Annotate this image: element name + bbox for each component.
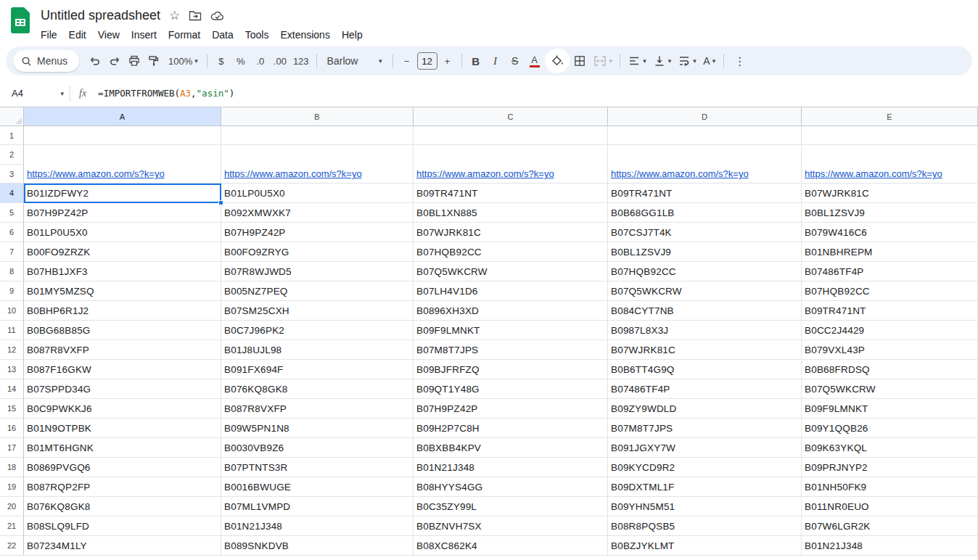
cell-C11[interactable]: B09F9LMNKT [414, 321, 608, 340]
row-header-20[interactable]: 20 [0, 497, 24, 516]
cell-C4[interactable]: B09TR471NT [414, 184, 608, 203]
row-header-11[interactable]: 11 [0, 321, 24, 340]
cell-B11[interactable]: B0C7J96PK2 [221, 321, 414, 340]
cell-link-D3[interactable]: https://www.amazon.com/s?k=yo [611, 168, 749, 179]
cell-D6[interactable]: B07CSJ7T4K [608, 223, 802, 242]
cell-B8[interactable]: B07R8WJWD5 [221, 262, 414, 281]
cell-D19[interactable]: B09DXTML1F [608, 477, 802, 497]
cell-C3[interactable]: https://www.amazon.com/s?k=yo [414, 165, 608, 184]
cell-E20[interactable]: B011NR0EUO [802, 497, 978, 516]
cell-D22[interactable]: B0BZJYKLMT [608, 536, 802, 556]
move-folder-icon[interactable] [189, 10, 202, 21]
row-header-7[interactable]: 7 [0, 242, 24, 262]
cell-E12[interactable]: B079VXL43P [802, 340, 978, 360]
cell-B20[interactable]: B07ML1VMPD [221, 497, 414, 516]
cell-E7[interactable]: B01NBHREPM [802, 242, 978, 262]
undo-button[interactable] [86, 51, 104, 71]
row-header-13[interactable]: 13 [0, 360, 24, 379]
menu-file[interactable]: File [35, 27, 63, 43]
cell-B13[interactable]: B091FX694F [221, 360, 414, 379]
row-header-18[interactable]: 18 [0, 458, 24, 477]
row-header-1[interactable]: 1 [0, 126, 24, 145]
cell-C16[interactable]: B09H2P7C8H [414, 419, 608, 438]
font-size-input[interactable]: 12 [417, 52, 437, 70]
cell-E11[interactable]: B0CC2J4429 [802, 321, 978, 340]
cell-B12[interactable]: B01J8UJL98 [221, 340, 414, 360]
cell-A6[interactable]: B01LP0U5X0 [24, 223, 221, 242]
cell-B22[interactable]: B089SNKDVB [221, 536, 414, 556]
cell-D15[interactable]: B09ZY9WDLD [608, 399, 802, 419]
cell-E3[interactable]: https://www.amazon.com/s?k=yo [802, 165, 978, 184]
cell-B5[interactable]: B092XMWXK7 [221, 203, 414, 223]
cell-B19[interactable]: B0016BWUGE [221, 477, 414, 497]
cell-C12[interactable]: B07M8T7JPS [414, 340, 608, 360]
sheets-logo-icon[interactable] [10, 7, 32, 36]
star-icon[interactable]: ☆ [169, 9, 180, 22]
cell-A3[interactable]: https://www.amazon.com/s?k=yo [24, 165, 221, 184]
formula-input[interactable]: =IMPORTFROMWEB(A3,"asin") [98, 88, 234, 99]
cell-D12[interactable]: B07WJRK81C [608, 340, 802, 360]
cell-link-E3[interactable]: https://www.amazon.com/s?k=yo [805, 168, 942, 179]
cell-D4[interactable]: B09TR471NT [608, 184, 802, 203]
cell-A16[interactable]: B01N9OTPBK [24, 419, 221, 438]
row-header-22[interactable]: 22 [0, 536, 24, 556]
menu-view[interactable]: View [92, 27, 126, 43]
cell-B1[interactable] [221, 126, 414, 145]
cell-D5[interactable]: B0B68GG1LB [608, 203, 802, 223]
cell-D16[interactable]: B07M8T7JPS [608, 419, 802, 438]
cell-A17[interactable]: B01MT6HGNK [24, 438, 221, 458]
cell-C18[interactable]: B01N21J348 [414, 458, 608, 477]
cell-C5[interactable]: B0BL1XN885 [414, 203, 608, 223]
row-header-15[interactable]: 15 [0, 399, 24, 419]
cell-A7[interactable]: B00FO9ZRZK [24, 242, 221, 262]
borders-button[interactable] [570, 51, 589, 71]
vertical-align-button[interactable]: ▾ [650, 51, 675, 71]
zoom-select[interactable]: 100% ▾ [164, 51, 202, 71]
cell-D20[interactable]: B09YHN5M51 [608, 497, 802, 516]
cell-C8[interactable]: B07Q5WKCRW [414, 262, 608, 281]
cell-A18[interactable]: B0869PVGQ6 [24, 458, 221, 477]
cell-A14[interactable]: B07SPPD34G [24, 379, 221, 399]
row-header-8[interactable]: 8 [0, 262, 24, 281]
cell-E1[interactable] [802, 126, 978, 145]
cell-A9[interactable]: B01MY5MZSQ [24, 281, 221, 301]
name-box[interactable]: A4 ▾ [0, 88, 70, 99]
cell-B16[interactable]: B09W5PN1N8 [221, 419, 414, 438]
cell-E5[interactable]: B0BL1ZSVJ9 [802, 203, 978, 223]
cell-E18[interactable]: B09PRJNYP2 [802, 458, 978, 477]
format-percent-button[interactable]: % [231, 51, 250, 71]
row-header-17[interactable]: 17 [0, 438, 24, 458]
cell-A20[interactable]: B076KQ8GK8 [24, 497, 221, 516]
row-header-21[interactable]: 21 [0, 516, 24, 536]
cell-B17[interactable]: B0030VB9Z6 [221, 438, 414, 458]
cell-A21[interactable]: B08SLQ9LFD [24, 516, 221, 536]
cell-E21[interactable]: B07W6LGR2K [802, 516, 978, 536]
cell-C1[interactable] [414, 126, 608, 145]
fill-color-button[interactable] [545, 49, 570, 73]
italic-button[interactable]: I [486, 51, 505, 71]
paint-format-button[interactable] [144, 51, 163, 71]
row-header-9[interactable]: 9 [0, 281, 24, 301]
menu-insert[interactable]: Insert [126, 27, 163, 43]
cell-E4[interactable]: B07WJRK81C [802, 184, 978, 203]
text-wrapping-button[interactable]: ▾ [675, 51, 699, 71]
decrease-font-size-button[interactable]: − [398, 51, 416, 71]
cell-A19[interactable]: B087RQP2FP [24, 477, 221, 497]
more-toolbar-options-button[interactable]: ⋮ [728, 51, 752, 71]
cell-B7[interactable]: B00FO9ZRYG [221, 242, 414, 262]
cell-link-A3[interactable]: https://www.amazon.com/s?k=yo [27, 168, 165, 179]
cell-C17[interactable]: B0BXBB4KPV [414, 438, 608, 458]
cell-C7[interactable]: B07HQB92CC [414, 242, 608, 262]
column-header-E[interactable]: E [802, 107, 978, 126]
row-header-10[interactable]: 10 [0, 301, 24, 321]
cell-C22[interactable]: B08XC862K4 [414, 536, 608, 556]
cell-C13[interactable]: B09BJFRFZQ [414, 360, 608, 379]
cell-D18[interactable]: B09KYCD9R2 [608, 458, 802, 477]
cell-A8[interactable]: B07HB1JXF3 [24, 262, 221, 281]
document-title[interactable]: Untitled spreadsheet [41, 8, 160, 23]
cell-E22[interactable]: B01N21J348 [802, 536, 978, 556]
cloud-saved-icon[interactable] [210, 10, 225, 21]
cell-B18[interactable]: B07PTNTS3R [221, 458, 414, 477]
print-button[interactable] [125, 51, 144, 71]
cell-B21[interactable]: B01N21J348 [221, 516, 414, 536]
